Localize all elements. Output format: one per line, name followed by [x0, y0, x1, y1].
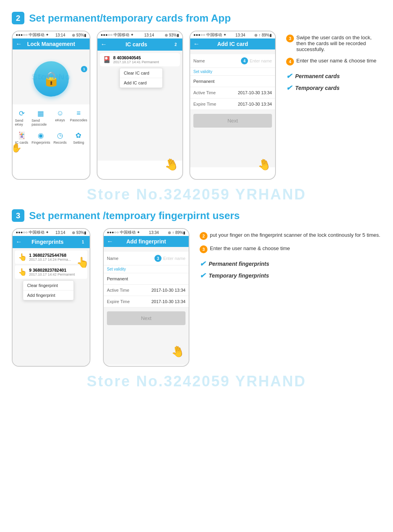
add-fp-statusbar: ●●●○○ 中国移动 ✦ 13:34 ⊛ ↑ 89%▮: [104, 229, 189, 236]
add-ic-carrier: ●●●○○ 中国移动 ✦: [193, 32, 226, 38]
passcodes-icon: ≡: [77, 109, 81, 117]
section-cards-header: 2 Set permanent/temporary cards from App: [12, 12, 381, 24]
fp-time: 13:14: [55, 230, 65, 235]
fp-instr-text-3: Enter the user name & choose time: [210, 245, 290, 251]
ic-cards-phone: ●●●○○ 中国移动 ✦ 13:14 ⊛ 93%▮ ← IC cards 2 🎴…: [97, 31, 183, 180]
fp-icon-1: 👆: [18, 253, 27, 261]
section-fp-num: 3: [12, 209, 24, 222]
temporary-checkbox-icon: ✔: [286, 84, 292, 92]
add-ic-name-placeholder: Enter name: [250, 59, 272, 63]
watermark-section2: Store No.3242059 YRHAND: [12, 371, 381, 392]
fp-num-2: 9 36802823782401: [29, 268, 75, 272]
add-fp-validity: Set validity: [104, 265, 189, 273]
hand-cursor-1: ✋: [12, 143, 22, 153]
instruction-4: 4 Enter the user name & choose time: [286, 58, 381, 66]
hand-cursor-fp-1: 👆: [76, 256, 89, 269]
fingerprints-icon: ◉: [38, 131, 44, 140]
menu-records[interactable]: ◷ Records: [53, 130, 68, 146]
ic-statusbar: ●●●○○ 中国移动 ✦ 13:14 ⊛ 93%▮: [97, 31, 182, 38]
add-fp-expire-value: 2017-10-30 13:34: [151, 299, 185, 304]
add-fp-name-badge: 3: [154, 255, 162, 262]
clear-fingerprint[interactable]: Clear fingerprint: [23, 281, 73, 291]
hand-cursor-2: 🤚: [162, 155, 180, 174]
ic-header-title: IC cards: [101, 41, 172, 48]
permanent-checkbox-icon: ✔: [286, 72, 292, 80]
fp-instr-badge-2: 2: [200, 232, 208, 240]
add-fingerprint-menu[interactable]: Add fingerprint: [23, 291, 73, 300]
add-fp-expire-row: Expire Time 2017-10-30 13:34: [104, 296, 189, 307]
fp-header-badge: 1: [79, 239, 86, 246]
add-ic-name-row: Name 4 Enter name: [190, 54, 275, 68]
menu-passcodes-label: Passcodes: [70, 118, 87, 122]
lock-battery: ⊛ 93%▮: [72, 33, 86, 37]
add-fp-expire-label: Expire Time: [107, 299, 130, 304]
add-fp-active-label: Active Time: [107, 288, 129, 293]
add-ic-card[interactable]: Add IC card: [120, 78, 162, 88]
ic-card-date: 2017.10.17 14:41 Permanent: [113, 60, 159, 64]
section-cards-title: Set permanent/temporary cards from App: [29, 12, 231, 24]
add-fp-name-label: Name: [107, 256, 118, 261]
add-ic-expire-value: 2017-10-30 13:34: [238, 102, 272, 106]
add-fingerprint-phone: ●●●○○ 中国移动 ✦ 13:34 ⊛ ↑ 89%▮ ← Add finger…: [103, 228, 189, 367]
instruction-3: 3 Swipe the user cards on the lock, then…: [286, 35, 381, 52]
add-ic-permanent-row: Permanent: [190, 76, 275, 87]
fp-num-1: 1 36802752544768: [29, 253, 71, 258]
add-fp-next-btn[interactable]: Next: [107, 311, 185, 325]
add-fp-back-arrow[interactable]: ←: [107, 238, 113, 245]
add-ic-active-label: Active Time: [193, 90, 216, 95]
fp-instr-text-2: put your finger on the fingerprint scann…: [210, 232, 380, 238]
watermark-section1: Store No.3242059 YRHAND: [12, 184, 381, 205]
add-ic-active-row: Active Time 2017-10-30 13:34: [190, 87, 275, 99]
ic-card-number: 8 4036040545: [113, 55, 159, 60]
add-ic-expire-label: Expire Time: [193, 102, 216, 106]
add-fp-carrier: ●●●○○ 中国移动 ✦: [107, 230, 140, 235]
menu-send-ekey[interactable]: ⟳ Send eKey: [14, 108, 29, 128]
add-ic-name-badge: 4: [241, 57, 248, 64]
menu-fingerprints[interactable]: ◉ Fingerprints: [31, 130, 51, 146]
section-cards-num: 2: [12, 12, 24, 24]
lock-back-arrow[interactable]: ←: [16, 40, 22, 48]
add-ic-validity: Set validity: [190, 68, 275, 76]
fp-instr-badge-3: 3: [200, 245, 208, 253]
fp-instruction-2: 2 put your finger on the fingerprint sca…: [200, 232, 381, 240]
hand-cursor-fp-2: 🤚: [169, 344, 186, 360]
instr-badge-4: 4: [286, 58, 294, 66]
ic-back-arrow[interactable]: ←: [101, 41, 107, 48]
add-ic-active-value: 2017-10-30 13:34: [238, 90, 272, 95]
fingerprints-phone: ●●●○○ 中国移动 ✦ 13:14 ⊛ 93%▮ ← Fingerprints…: [12, 228, 90, 367]
fp-instruction-3: 3 Enter the user name & choose time: [200, 245, 381, 253]
lock-icon: 🔒: [42, 71, 60, 87]
menu-setting[interactable]: ✿ Setting: [69, 130, 88, 146]
add-ic-name-label: Name: [193, 59, 205, 63]
permanent-fp-checkbox-icon: ✔: [200, 260, 206, 268]
fp-header: ← Fingerprints 1: [13, 236, 90, 248]
menu-send-passcode[interactable]: ▦ Send passcode: [31, 108, 51, 128]
temporary-cards-text: Temporary cards: [295, 85, 340, 91]
temporary-fp-text: Temporary fingerprints: [209, 272, 269, 279]
ic-battery: ⊛ 93%▮: [165, 33, 179, 37]
temporary-cards-label: ✔ Temporary cards: [286, 84, 381, 92]
menu-send-ekey-label: Send eKey: [15, 119, 28, 126]
add-fp-active-row: Active Time 2017-10-30 13:34: [104, 285, 189, 296]
fp-menu-popup: Clear fingerprint Add fingerprint: [23, 280, 74, 300]
clear-ic-card[interactable]: Clear IC card: [120, 68, 162, 78]
section-fp-header: 3 Set permanent /temproary fingerpirnt u…: [12, 209, 381, 222]
add-ic-expire-row: Expire Time 2017-10-30 13:34: [190, 99, 275, 110]
temporary-fp-label: ✔ Temporary fingerprints: [200, 271, 381, 280]
section-fp-content: ●●●○○ 中国移动 ✦ 13:14 ⊛ 93%▮ ← Fingerprints…: [12, 228, 381, 367]
menu-records-label: Records: [53, 141, 67, 144]
fp-carrier: ●●●○○ 中国移动 ✦: [16, 230, 49, 235]
fp-badge-wrapper: 1: [79, 238, 86, 246]
menu-ic-cards[interactable]: 🃏 IC cards ✋: [14, 130, 29, 146]
cards-instructions: 3 Swipe the user cards on the lock, then…: [282, 31, 381, 180]
instr-badge-3: 3: [286, 35, 294, 42]
fp-back-arrow[interactable]: ←: [16, 238, 22, 245]
ic-time: 13:14: [144, 33, 154, 37]
add-ic-back-arrow[interactable]: ←: [193, 40, 200, 48]
add-ic-next-btn[interactable]: Next: [193, 114, 272, 128]
lock-management-phone: ●●●○○ 中国移动 ✦ 13:14 ⊛ 93%▮ ← Lock Managem…: [12, 31, 90, 180]
menu-passcodes[interactable]: ≡ Passcodes: [69, 108, 88, 128]
add-ic-permanent: Permanent: [193, 79, 215, 84]
menu-ekeys[interactable]: ☺ eKeys: [53, 108, 68, 128]
permanent-fp-text: Permanent fingerprints: [209, 261, 269, 267]
